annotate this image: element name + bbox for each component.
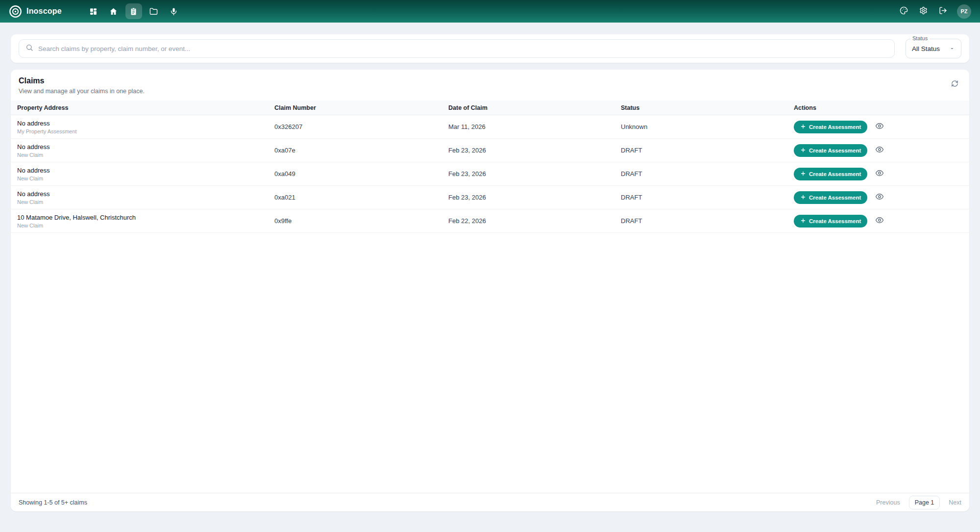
previous-page-button[interactable]: Previous (876, 499, 900, 506)
view-claim-button[interactable] (874, 145, 885, 156)
page-title: Claims (19, 76, 961, 85)
create-assessment-button[interactable]: Create Assessment (794, 168, 867, 180)
topbar-right-nav: PZ (896, 4, 971, 19)
claim-number: 0xa07e (268, 147, 442, 154)
status-badge: DRAFT (614, 194, 787, 201)
claims-card-header: Claims View and manage all your claims i… (11, 70, 969, 101)
create-assessment-label: Create Assessment (809, 148, 861, 153)
status-badge: DRAFT (614, 217, 787, 225)
create-assessment-label: Create Assessment (809, 171, 861, 177)
current-page-indicator[interactable]: Page 1 (909, 496, 940, 509)
table-footer: Showing 1-5 of 5+ claims Previous Page 1… (11, 493, 969, 511)
view-claim-button[interactable] (874, 215, 885, 227)
claim-number: 0x9ffe (268, 217, 442, 225)
search-box (19, 39, 895, 58)
eye-icon (875, 169, 884, 179)
nav-files-button[interactable] (146, 3, 162, 19)
column-header-status: Status (614, 104, 787, 111)
plus-icon (800, 194, 806, 201)
claim-number: 0xa021 (268, 194, 442, 201)
column-header-actions: Actions (787, 104, 969, 111)
page-subtitle: View and manage all your claims in one p… (19, 88, 961, 95)
claim-date: Mar 11, 2026 (442, 123, 614, 130)
search-icon (25, 44, 33, 53)
column-header-claim-number: Claim Number (268, 104, 442, 111)
status-badge: DRAFT (614, 170, 787, 177)
status-badge: Unknown (614, 123, 787, 130)
status-filter-value: All Status (912, 45, 940, 52)
claim-date: Feb 23, 2026 (442, 194, 614, 201)
eye-icon (875, 122, 884, 132)
theme-button[interactable] (896, 4, 911, 19)
column-header-date-of-claim: Date of Claim (442, 104, 614, 111)
top-bar: Inoscope (0, 0, 980, 23)
property-address: No address (17, 190, 268, 198)
claim-date: Feb 23, 2026 (442, 147, 614, 154)
nav-home-button[interactable] (105, 3, 122, 19)
refresh-button[interactable] (948, 77, 961, 91)
claim-description: New Claim (17, 176, 268, 181)
nav-voice-button[interactable] (166, 3, 182, 19)
claim-description: New Claim (17, 152, 268, 158)
claim-date: Feb 22, 2026 (442, 217, 614, 225)
dashboard-grid-icon (89, 7, 98, 16)
status-badge: DRAFT (614, 147, 787, 154)
create-assessment-button[interactable]: Create Assessment (794, 144, 867, 157)
next-page-button[interactable]: Next (949, 499, 961, 506)
status-filter-label: Status (910, 35, 930, 41)
table-row[interactable]: 10 Matamoe Drive, Halswell, Christchurch… (11, 209, 969, 233)
plus-icon (800, 171, 806, 177)
status-filter-select[interactable]: Status All Status (906, 39, 961, 58)
nav-claims-button[interactable] (125, 3, 142, 19)
view-claim-button[interactable] (874, 121, 885, 133)
inoscope-logo-icon (9, 5, 22, 18)
table-row[interactable]: No address My Property Assessment 0x3262… (11, 115, 969, 139)
nav-dashboard-button[interactable] (85, 3, 102, 19)
create-assessment-label: Create Assessment (809, 195, 861, 201)
settings-button[interactable] (916, 4, 931, 19)
table-row[interactable]: No address New Claim 0xa049 Feb 23, 2026… (11, 162, 969, 186)
clipboard-icon (129, 7, 138, 16)
claim-number: 0xa049 (268, 170, 442, 177)
eye-icon (875, 216, 884, 226)
property-address: No address (17, 143, 268, 151)
search-filter-card: Status All Status (11, 34, 969, 63)
create-assessment-button[interactable]: Create Assessment (794, 121, 867, 133)
view-claim-button[interactable] (874, 168, 885, 180)
results-summary: Showing 1-5 of 5+ claims (19, 499, 87, 506)
claim-description: New Claim (17, 223, 268, 228)
create-assessment-button[interactable]: Create Assessment (794, 191, 867, 204)
claim-number: 0x326207 (268, 123, 442, 130)
view-claim-button[interactable] (874, 192, 885, 203)
refresh-icon (951, 80, 958, 89)
table-row[interactable]: No address New Claim 0xa021 Feb 23, 2026… (11, 186, 969, 209)
main-nav (85, 3, 182, 19)
property-address: No address (17, 120, 268, 127)
table-header-row: Property Address Claim Number Date of Cl… (11, 101, 969, 115)
eye-icon (875, 145, 884, 155)
logout-button[interactable] (935, 4, 950, 19)
create-assessment-button[interactable]: Create Assessment (794, 215, 867, 228)
plus-icon (800, 147, 806, 154)
pagination: Previous Page 1 Next (876, 496, 961, 509)
property-address: No address (17, 167, 268, 174)
microphone-icon (170, 7, 178, 16)
home-icon (109, 7, 118, 16)
property-address: 10 Matamoe Drive, Halswell, Christchurch (17, 214, 268, 221)
claim-description: My Property Assessment (17, 128, 268, 134)
brand[interactable]: Inoscope (9, 5, 62, 18)
eye-icon (875, 192, 884, 203)
plus-icon (800, 124, 806, 130)
create-assessment-label: Create Assessment (809, 124, 861, 130)
gear-icon (919, 6, 928, 16)
folder-icon (149, 7, 158, 16)
table-row[interactable]: No address New Claim 0xa07e Feb 23, 2026… (11, 139, 969, 162)
logout-icon (939, 6, 947, 16)
claim-date: Feb 23, 2026 (442, 170, 614, 177)
claim-description: New Claim (17, 199, 268, 205)
create-assessment-label: Create Assessment (809, 218, 861, 224)
user-avatar[interactable]: PZ (957, 4, 971, 19)
claims-card: Claims View and manage all your claims i… (11, 70, 969, 511)
search-input[interactable] (38, 45, 888, 52)
brand-name: Inoscope (26, 7, 62, 16)
